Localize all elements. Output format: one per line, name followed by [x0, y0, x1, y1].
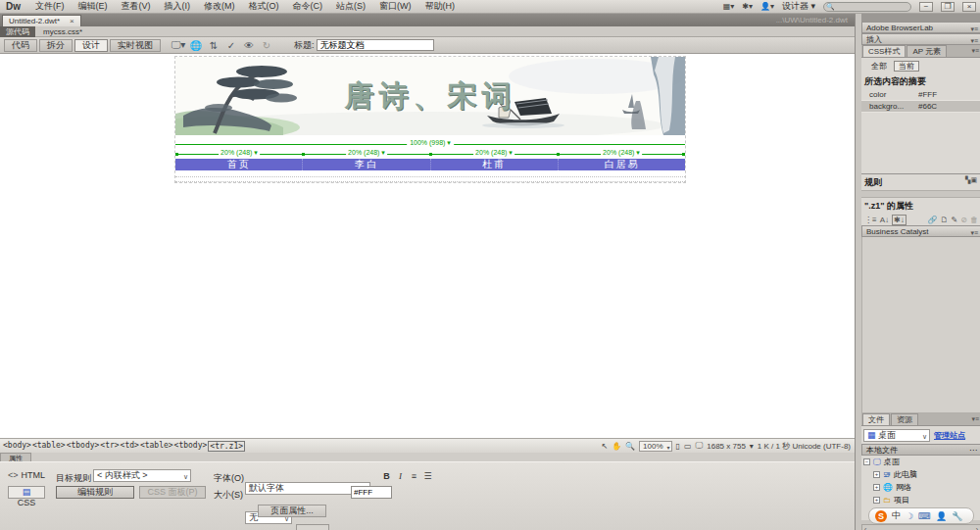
related-css-file[interactable]: mycss.css* [35, 27, 90, 36]
ime-user-icon[interactable]: 👤 [936, 511, 947, 521]
tag-tr[interactable]: <tr> [100, 441, 119, 452]
new-css-rule-icon[interactable]: 🗋 [941, 216, 949, 224]
banner-image[interactable]: 唐诗、宋词 [175, 57, 685, 135]
window-size-value[interactable]: 1685 x 755 [707, 442, 746, 451]
site-dropdown[interactable]: ▦ 桌面 [863, 429, 930, 442]
file-management-icon[interactable]: ⇅ [206, 40, 221, 51]
rules-list[interactable] [861, 190, 980, 198]
mobile-size-icon[interactable]: ▯ [676, 442, 680, 451]
expand-icon[interactable]: + [873, 484, 880, 491]
panel-menu-icon[interactable]: ▾≡ [971, 415, 979, 423]
search-input[interactable]: 🔍 [823, 2, 911, 12]
italic-icon[interactable]: I [394, 469, 407, 482]
manage-sites-link[interactable]: 管理站点 [934, 430, 965, 441]
close-button[interactable]: × [962, 2, 976, 12]
tab-css-styles[interactable]: CSS样式 [862, 45, 906, 57]
restore-button[interactable]: ❐ [941, 2, 955, 12]
menu-view[interactable]: 查看(V) [115, 0, 158, 13]
show-category-view-icon[interactable]: ⋮≡ [864, 216, 877, 224]
properties-tab[interactable]: 属性 [0, 453, 31, 461]
tag-table[interactable]: <table> [32, 441, 66, 452]
workspace-switcher[interactable]: 设计器 ▾ [782, 0, 815, 13]
panel-menu-icon[interactable]: ▾≡ [970, 227, 978, 238]
visual-aids-icon[interactable]: 👁 [241, 40, 257, 51]
source-code-button[interactable]: 源代码 [0, 26, 35, 37]
column-options-icon[interactable]: ⋯ [969, 445, 977, 456]
menu-window[interactable]: 窗口(W) [372, 0, 418, 13]
horizontal-scrollbar[interactable]: ‹ › [861, 524, 980, 530]
design-view-button[interactable]: 设计 [74, 39, 108, 52]
scroll-left-icon[interactable]: ‹ [864, 526, 866, 530]
collapse-to-icons-strip[interactable] [861, 14, 980, 22]
tag-td[interactable]: <td> [121, 441, 139, 452]
ime-moon-icon[interactable]: ☽ [906, 511, 913, 521]
align-left-icon[interactable]: ≡ [408, 469, 420, 482]
design-canvas[interactable]: 唐诗、宋词 100% (998) ▾ 20% (248) ▾ 20% (248)… [0, 54, 855, 438]
tag-tbody[interactable]: <tbody> [67, 441, 100, 452]
nav-cell-home[interactable]: 首页 [175, 159, 303, 170]
column-width-marker[interactable]: 20% (248) ▾ [558, 149, 685, 159]
extend-icon[interactable]: ✱▾ [742, 2, 753, 11]
zoom-tool-icon[interactable]: 🔍 [625, 442, 635, 451]
document-tab[interactable]: Untitled-2.dwt* × [2, 15, 81, 26]
align-center-icon[interactable]: ☰ [421, 469, 434, 482]
nav-cell-libai[interactable]: 李白 [303, 159, 430, 170]
table-width-label[interactable]: 100% (998) ▾ [407, 139, 454, 147]
nav-cell-baijuyi[interactable]: 白居易 [559, 159, 685, 170]
size-unit-dropdown[interactable] [296, 524, 329, 530]
tree-item-this-pc[interactable]: + 🖳 此电脑 [861, 468, 980, 481]
live-view-button[interactable]: 实时视图 [110, 39, 161, 52]
css-all-button[interactable]: 全部 [866, 61, 892, 72]
menu-help[interactable]: 帮助(H) [418, 0, 463, 13]
show-set-properties-icon[interactable]: ✱↓ [892, 215, 906, 225]
ime-wrench-icon[interactable]: 🔧 [952, 511, 962, 521]
disable-property-icon[interactable]: ⊘ [960, 216, 967, 224]
tab-assets[interactable]: 资源 [891, 413, 918, 425]
ime-keyboard-icon[interactable]: ⌨ [918, 511, 931, 521]
multiscreen-icon[interactable]: 🖵▾ [171, 39, 186, 51]
show-list-view-icon[interactable]: A↓ [880, 216, 889, 224]
tablet-size-icon[interactable]: ▭ [684, 442, 692, 451]
select-tool-icon[interactable]: ↖ [601, 442, 608, 451]
tab-close-icon[interactable]: × [70, 17, 74, 25]
menu-file[interactable]: 文件(F) [28, 0, 72, 13]
edit-rule-icon[interactable]: ✎ [952, 216, 958, 224]
tag-body[interactable]: <body> [3, 441, 31, 452]
column-width-marker[interactable]: 20% (248) ▾ [175, 149, 303, 159]
panel-menu-icon[interactable]: ▾≡ [971, 47, 979, 55]
column-width-label[interactable]: 20% (248) ▾ [473, 149, 514, 157]
panel-browserlab[interactable]: Adobe BrowserLab▾≡ [861, 22, 980, 33]
menu-modify[interactable]: 修改(M) [197, 0, 242, 13]
column-width-marker[interactable]: 20% (248) ▾ [430, 149, 558, 159]
tree-item-project[interactable]: + 🗀 项目 [861, 494, 980, 506]
attach-stylesheet-icon[interactable]: 🔗 [928, 216, 938, 224]
menu-insert[interactable]: 插入(I) [158, 0, 198, 13]
summary-row-color[interactable]: color#FFF [861, 89, 980, 101]
summary-row-background[interactable]: backgro...#66C [861, 101, 980, 113]
bold-icon[interactable]: B [380, 469, 393, 482]
target-rule-dropdown[interactable]: < 内联样式 > [93, 469, 191, 482]
tab-files[interactable]: 文件 [862, 413, 890, 425]
css-mode-button[interactable]: ▤ CSS [8, 486, 45, 499]
color-value-input[interactable] [351, 486, 392, 499]
preview-browser-icon[interactable]: 🌐 [188, 40, 204, 51]
panel-insert[interactable]: 插入▾≡ [861, 33, 980, 45]
ime-language-toggle[interactable]: 中 [892, 509, 901, 522]
layout-switcher-icon[interactable]: ▦▾ [723, 2, 735, 11]
hand-tool-icon[interactable]: ✋ [612, 442, 621, 451]
css-panel-button[interactable]: CSS 面板(P) [139, 486, 206, 499]
delete-rule-icon[interactable]: 🗑 [970, 216, 978, 224]
table-width-indicator[interactable]: 100% (998) ▾ [175, 139, 685, 149]
tree-item-desktop[interactable]: − 🖵 桌面 [861, 456, 980, 468]
panel-business-catalyst[interactable]: Business Catalyst▾≡ [861, 225, 980, 237]
menu-commands[interactable]: 命令(C) [286, 0, 330, 13]
tag-tbody2[interactable]: <tbody> [174, 441, 208, 452]
zoom-level-dropdown[interactable]: 100% [639, 441, 671, 452]
page-properties-button[interactable]: 页面属性... [258, 505, 326, 517]
code-view-button[interactable]: 代码 [4, 39, 37, 52]
column-width-label[interactable]: 20% (248) ▾ [219, 149, 260, 157]
rules-view-icons[interactable]: ▚▣ [965, 176, 977, 189]
sogou-logo-icon[interactable]: S [875, 510, 887, 522]
expand-icon[interactable]: + [873, 471, 880, 478]
tree-item-network[interactable]: + 🌐 网络 [861, 481, 980, 494]
